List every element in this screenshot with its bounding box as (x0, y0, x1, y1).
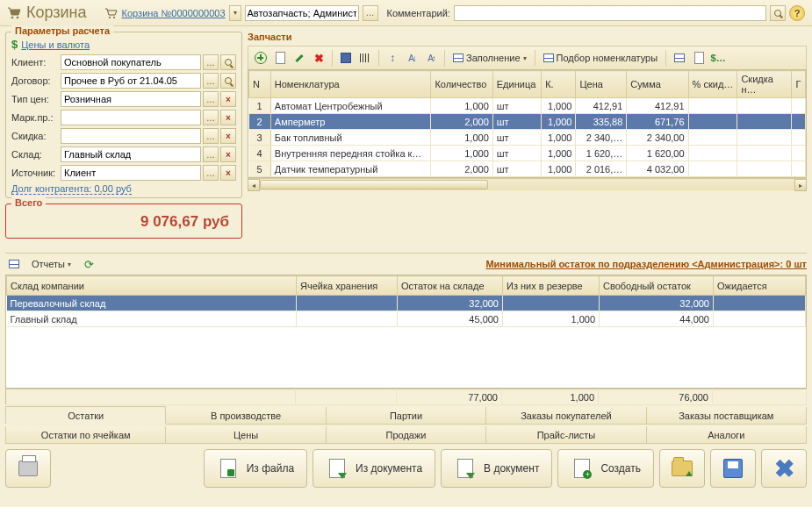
stock-col-header[interactable]: Свободный остаток (600, 276, 714, 296)
tab[interactable]: Прайс-листы (486, 426, 646, 444)
scroll-left-button[interactable]: ◂ (248, 179, 260, 191)
contract-ellipsis[interactable]: … (203, 73, 219, 89)
parts-col-header[interactable]: N (249, 71, 271, 98)
edit-row-button[interactable] (291, 49, 308, 67)
tab[interactable]: Цены (166, 426, 326, 444)
parts-row[interactable]: 1Автомат Центробежный1,000шт1,000412,914… (249, 98, 806, 114)
context-field[interactable] (245, 5, 359, 21)
parts-col-header[interactable]: Сумма (627, 71, 688, 98)
tab[interactable]: Аналоги (647, 426, 807, 444)
params-fieldset: Параметры расчета $ Цены и валюта Клиент… (5, 32, 242, 198)
discount-input[interactable] (61, 128, 201, 144)
create-button[interactable]: Создать (557, 449, 654, 488)
tab[interactable]: Остатки по ячейкам (5, 426, 166, 444)
ptype-ellipsis[interactable]: … (203, 91, 219, 107)
total-value: 9 076,67 руб (11, 210, 236, 234)
ptype-clear[interactable]: × (220, 91, 236, 107)
reports-icon[interactable] (5, 255, 23, 273)
parts-row[interactable]: 2Амперметр2,000шт1,000335,88671,76 (249, 114, 806, 130)
doc-number-link[interactable]: Корзина №0000000003 (122, 8, 226, 18)
save-button[interactable] (337, 49, 355, 67)
comment-search[interactable] (770, 5, 786, 21)
stock-col-header[interactable]: Склад компании (7, 276, 297, 296)
save-disk-button[interactable] (710, 449, 756, 488)
tab[interactable]: Продажи (327, 426, 486, 444)
move-up-button[interactable]: ↕ (384, 49, 401, 67)
stock-col-header[interactable]: Из них в резерве (503, 276, 600, 296)
parts-col-header[interactable]: Скидка н… (737, 71, 792, 98)
parts-hscroll[interactable]: ◂ ▸ (248, 178, 807, 190)
pick-nomenclature-button[interactable]: Подбор номенклатуры (540, 53, 662, 63)
parts-row[interactable]: 3Бак топливный1,000шт1,0002 340,…2 340,0… (249, 130, 806, 146)
brand-ellipsis[interactable]: … (203, 110, 219, 125)
copy-row-button[interactable] (271, 49, 289, 67)
print-button[interactable] (5, 449, 51, 488)
client-input[interactable] (61, 54, 201, 70)
price-button[interactable]: $… (709, 49, 727, 67)
discount-ellipsis[interactable]: … (203, 128, 219, 144)
copy-button[interactable] (690, 49, 708, 67)
open-folder-button[interactable] (659, 449, 705, 488)
brand-clear[interactable]: × (220, 110, 236, 125)
reports-dropdown[interactable]: Отчеты▾ (28, 259, 75, 269)
window-header: Корзина Корзина №0000000003 ▾ … Коммента… (0, 0, 812, 26)
sort-asc-button[interactable]: A↓ (403, 49, 420, 67)
stock-row[interactable]: Перевалочный склад32,00032,000 (7, 296, 806, 311)
source-input[interactable] (61, 165, 201, 181)
fill-dropdown[interactable]: Заполнение▾ (449, 53, 530, 63)
comment-input[interactable] (454, 5, 766, 21)
parts-col-header[interactable]: Единица (492, 71, 541, 98)
stock-col-header[interactable]: Ожидается (714, 276, 806, 296)
tab[interactable]: Партии (327, 407, 486, 425)
from-doc-button[interactable]: Из документа (313, 449, 435, 488)
add-row-button[interactable] (252, 49, 269, 67)
stock-grid[interactable]: Склад компанииЯчейка храненияОстаток на … (5, 275, 807, 389)
source-ellipsis[interactable]: … (203, 165, 219, 181)
discount-clear[interactable]: × (220, 128, 236, 144)
warehouse-input[interactable] (61, 146, 201, 162)
parts-col-header[interactable]: Номенклатура (270, 71, 431, 98)
client-search[interactable] (220, 54, 236, 70)
parts-col-header[interactable]: К. (542, 71, 576, 98)
doc-dropdown[interactable]: ▾ (229, 5, 241, 21)
client-ellipsis[interactable]: … (203, 54, 219, 70)
to-doc-button[interactable]: В документ (441, 449, 552, 488)
parts-row[interactable]: 5Датчик температурный2,000шт1,0002 016,…… (249, 161, 806, 177)
warehouse-label: Склад: (11, 149, 59, 160)
debt-link[interactable]: Долг контрагента: 0,00 руб (11, 183, 132, 195)
sort-desc-button[interactable]: A↑ (422, 49, 440, 67)
ptype-input[interactable] (61, 91, 201, 107)
tab[interactable]: Заказы покупателей (486, 407, 646, 425)
warehouse-clear[interactable]: × (220, 146, 236, 162)
parts-col-header[interactable]: Количество (431, 71, 492, 98)
tab[interactable]: В производстве (166, 407, 326, 425)
context-ellipsis[interactable]: … (363, 5, 378, 21)
source-clear[interactable]: × (220, 165, 236, 181)
action-bar: Из файла Из документа В документ Создать… (0, 444, 812, 493)
stock-col-header[interactable]: Остаток на складе (398, 276, 503, 296)
stock-row[interactable]: Главный склад45,0001,00044,000 (7, 311, 806, 327)
close-button[interactable]: ✖ (761, 449, 807, 488)
refresh-button[interactable]: ⟳ (80, 255, 97, 273)
warehouse-ellipsis[interactable]: … (203, 146, 219, 162)
parts-col-header[interactable]: Г (792, 71, 806, 98)
grid-settings-button[interactable] (671, 49, 688, 67)
parts-grid[interactable]: NНоменклатураКоличествоЕдиницаК.ЦенаСумм… (248, 69, 807, 178)
contract-search[interactable] (220, 73, 236, 89)
brand-input[interactable] (61, 110, 201, 125)
help-button[interactable]: ? (789, 5, 805, 21)
prices-link[interactable]: Цены и валюта (21, 39, 90, 50)
stock-col-header[interactable]: Ячейка хранения (297, 276, 398, 296)
min-stock-link[interactable]: Минимальный остаток по подразделению <Ад… (485, 259, 807, 269)
delete-row-button[interactable]: ✖ (310, 49, 327, 67)
from-file-button[interactable]: Из файла (204, 449, 307, 488)
scroll-thumb[interactable] (260, 180, 488, 189)
parts-col-header[interactable]: Цена (576, 71, 627, 98)
tab[interactable]: Остатки (5, 406, 166, 424)
contract-input[interactable] (61, 73, 201, 89)
parts-row[interactable]: 4Внутренняя передняя стойка к…1,000шт1,0… (249, 146, 806, 161)
scroll-right-button[interactable]: ▸ (794, 179, 807, 191)
parts-col-header[interactable]: % скид… (688, 71, 737, 98)
barcode-button[interactable] (356, 49, 374, 67)
tab[interactable]: Заказы поставщикам (647, 407, 807, 425)
